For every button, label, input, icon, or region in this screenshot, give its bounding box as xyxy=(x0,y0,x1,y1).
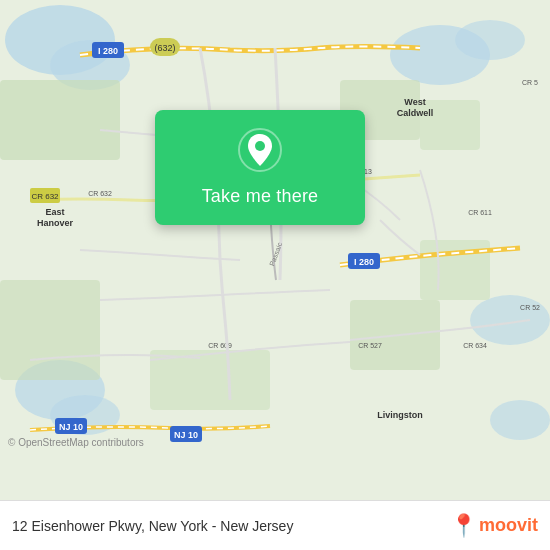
svg-rect-9 xyxy=(0,80,120,160)
svg-text:CR 5: CR 5 xyxy=(522,79,538,86)
moovit-pin-icon: 📍 xyxy=(450,513,477,539)
moovit-logo: 📍 moovit xyxy=(450,513,538,539)
location-card: Take me there xyxy=(155,110,365,225)
svg-text:I 280: I 280 xyxy=(354,257,374,267)
svg-text:Caldwell: Caldwell xyxy=(397,108,434,118)
bottom-bar: 12 Eisenhower Pkwy, New York - New Jerse… xyxy=(0,500,550,550)
svg-text:Hanover: Hanover xyxy=(37,218,74,228)
svg-point-8 xyxy=(490,400,550,440)
svg-text:CR 611: CR 611 xyxy=(468,209,492,216)
location-pin-icon xyxy=(238,128,282,172)
svg-text:East: East xyxy=(45,207,64,217)
take-me-there-button[interactable]: Take me there xyxy=(194,182,327,211)
svg-text:Livingston: Livingston xyxy=(377,410,423,420)
svg-text:CR 632: CR 632 xyxy=(31,192,59,201)
svg-text:NJ 10: NJ 10 xyxy=(59,422,83,432)
address-text: 12 Eisenhower Pkwy, New York - New Jerse… xyxy=(12,518,293,534)
map-container: I 280 I 280 NJ 10 NJ 10 CR 632 CR 632 CR… xyxy=(0,0,550,500)
copyright-text: © OpenStreetMap contributors xyxy=(8,437,144,448)
svg-text:CR 634: CR 634 xyxy=(463,342,487,349)
moovit-brand-text: moovit xyxy=(479,515,538,536)
svg-text:I 280: I 280 xyxy=(98,46,118,56)
svg-text:West: West xyxy=(404,97,425,107)
svg-text:(632): (632) xyxy=(154,43,175,53)
svg-point-43 xyxy=(255,141,265,151)
svg-text:NJ 10: NJ 10 xyxy=(174,430,198,440)
svg-text:CR 632: CR 632 xyxy=(88,190,112,197)
svg-text:CR 52: CR 52 xyxy=(520,304,540,311)
svg-text:CR 527: CR 527 xyxy=(358,342,382,349)
map-svg: I 280 I 280 NJ 10 NJ 10 CR 632 CR 632 CR… xyxy=(0,0,550,500)
svg-point-4 xyxy=(455,20,525,60)
svg-rect-10 xyxy=(0,280,100,380)
svg-point-7 xyxy=(470,295,550,345)
